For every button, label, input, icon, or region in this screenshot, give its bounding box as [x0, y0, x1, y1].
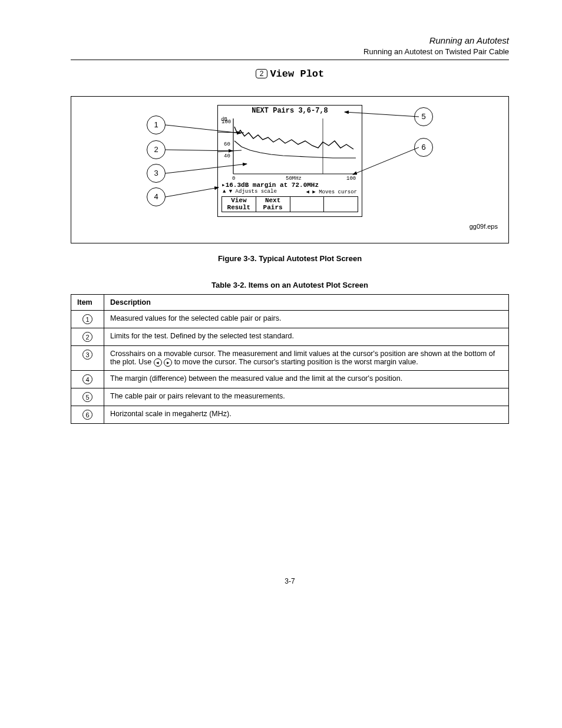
callout-1: 1	[147, 116, 166, 134]
plot-svg: dB 100 60 40 0 50MHz 100	[218, 115, 362, 181]
col-description: Description	[104, 295, 509, 311]
hint-cursor: ◀ ▶ Moves cursor	[306, 189, 357, 195]
svg-line-17	[353, 147, 419, 174]
callout-6: 6	[414, 138, 433, 157]
callout-5: 5	[414, 107, 433, 126]
svg-text:40: 40	[224, 153, 230, 159]
header-rule	[71, 60, 509, 60]
callout-4: 4	[147, 187, 166, 206]
table-row: 3 Crosshairs on a movable cursor. The me…	[71, 346, 509, 371]
callout-3: 3	[147, 164, 166, 183]
table-row: 6 Horizontal scale in megahertz (MHz).	[71, 406, 509, 424]
table-row: 4 The margin (difference) between the me…	[71, 371, 509, 388]
chapter-title: Running an Autotest	[71, 35, 509, 45]
lcd-screen: NEXT Pairs 3,6-7,8 dB 100 60 40 0 50MHz …	[217, 105, 362, 217]
figure-frame: 1 2 3 4 5 6 NEXT Pairs 3,6-7,8 dB 100 60…	[71, 96, 509, 243]
lcd-btn-next-pairs[interactable]: Next Pairs	[256, 197, 290, 212]
lcd-btn-3[interactable]	[290, 197, 325, 212]
svg-text:50MHz: 50MHz	[286, 176, 302, 181]
svg-text:0: 0	[232, 176, 235, 181]
section-title: Running an Autotest on Twisted Pair Cabl…	[71, 47, 509, 56]
svg-text:60: 60	[224, 141, 230, 147]
table-row: 1 Measured values for the selected cable…	[71, 311, 509, 328]
figure-caption: Figure 3-3. Typical Autotest Plot Screen	[71, 254, 509, 263]
table-row: 2 Limits for the test. Defined by the se…	[71, 328, 509, 346]
table-row: 5 The cable pair or pairs relevant to th…	[71, 388, 509, 406]
svg-line-15	[166, 187, 219, 197]
svg-line-10	[218, 131, 244, 133]
lcd-cursor-readout: ▸16.3dB margin at 72.0MHz	[218, 181, 362, 189]
right-arrow-key-icon: ▸	[164, 358, 172, 367]
svg-text:100: 100	[222, 119, 231, 125]
softkey-number-box: 2	[256, 69, 268, 78]
softkey-label: View Plot	[270, 68, 324, 80]
col-item: Item	[71, 295, 104, 311]
table-caption: Table 3-2. Items on an Autotest Plot Scr…	[71, 281, 509, 289]
svg-text:100: 100	[346, 176, 356, 181]
page-number: 3-7	[71, 577, 509, 585]
figure-filecode: gg09f.eps	[82, 223, 498, 230]
hint-scale: ▲ ▼ Adjusts scale	[223, 189, 277, 195]
left-arrow-key-icon: ◂	[154, 358, 162, 367]
lcd-btn-view-result[interactable]: View Result	[222, 197, 256, 212]
plot-items-table: Item Description 1 Measured values for t…	[71, 294, 509, 424]
softkey-instruction: 2View Plot	[71, 68, 509, 80]
lcd-plot-title: NEXT Pairs 3,6-7,8	[218, 106, 362, 115]
callout-2: 2	[147, 140, 166, 159]
lcd-softkey-row: View Result Next Pairs	[222, 196, 358, 212]
lcd-btn-4[interactable]	[324, 197, 358, 212]
